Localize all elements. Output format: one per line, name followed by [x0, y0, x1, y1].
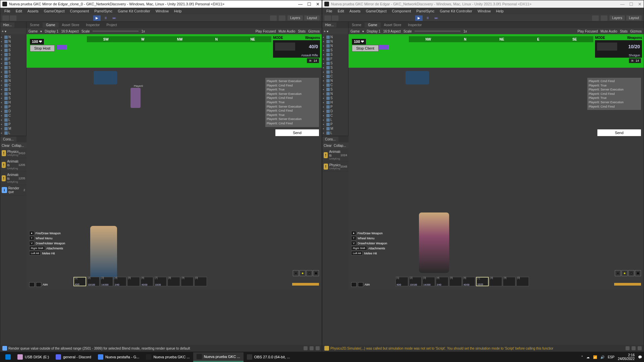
tab-asset-store[interactable]: Asset Store	[381, 22, 405, 27]
console-entry[interactable]: !Animator isUnityEng1024	[322, 148, 348, 162]
hotbar-slot[interactable]: [9]	[503, 277, 516, 286]
cloud-button[interactable]	[332, 15, 338, 21]
menu-help[interactable]: Help	[493, 8, 506, 14]
taskbar-item[interactable]: OBS 27.0.0 (64-bit, ...	[244, 352, 293, 362]
ability-3-icon[interactable]: ⬡	[628, 270, 634, 276]
console-entry[interactable]: !Animator isUnityEng1205	[0, 158, 26, 172]
clear-button[interactable]: Clear	[324, 144, 332, 147]
titlebar-right[interactable]: Nueva prueba GKC Mirror de Edgar - GKC_N…	[322, 0, 644, 8]
tab-inspector[interactable]: Inspector	[405, 22, 425, 27]
menu-game-kit-controller[interactable]: Game Kit Controller	[115, 8, 153, 14]
start-button[interactable]	[2, 352, 14, 362]
menu-component[interactable]: Component	[389, 8, 414, 14]
play-button[interactable]: ▶	[93, 15, 101, 21]
hierarchy-item[interactable]: ▸N	[0, 92, 26, 96]
maximize-button[interactable]: ☐	[629, 2, 633, 7]
hotbar-slot[interactable]: [8]	[489, 277, 502, 286]
ability-1-icon[interactable]: ✕	[293, 270, 299, 276]
menu-edit[interactable]: Edit	[13, 8, 25, 14]
aspect-dropdown[interactable]: 16:9 Aspect	[61, 29, 78, 33]
display-dropdown[interactable]: Display 1	[45, 29, 58, 33]
ability-3-icon[interactable]: ⬡	[306, 270, 312, 276]
tray-chevron-icon[interactable]: ˄	[581, 355, 583, 359]
ability-4-icon[interactable]: ✱	[635, 270, 641, 276]
scale-slider[interactable]	[93, 31, 139, 32]
hierarchy-item[interactable]: ▸N	[0, 44, 26, 48]
hierarchy-item[interactable]: ▸C	[322, 74, 348, 78]
hierarchy-item[interactable]: ▸F	[0, 57, 26, 61]
hierarchy-item[interactable]: ▸P	[0, 122, 26, 126]
collapse-button[interactable]: Collap...	[12, 144, 24, 147]
tab-scene[interactable]: Scene	[26, 22, 43, 27]
hierarchy-item[interactable]: ▸F	[322, 57, 348, 61]
hierarchy-item[interactable]: ▸L	[0, 131, 26, 135]
hotbar-slot[interactable]: [1]40/0	[395, 277, 408, 286]
search-icon[interactable]	[601, 15, 607, 21]
menu-assets[interactable]: Assets	[25, 8, 41, 14]
hotbar-slot[interactable]: [2]10/100	[87, 277, 100, 286]
hierarchy-item[interactable]: ▸H	[0, 100, 26, 105]
language-indicator[interactable]: ESP	[608, 355, 614, 359]
console-entry[interactable]: !Animator isUnityEng1205	[0, 172, 26, 185]
hierarchy-item[interactable]: ▸S	[0, 65, 26, 70]
hierarchy-item[interactable]: ▸S	[322, 61, 348, 65]
display-dropdown[interactable]: Display 1	[367, 29, 380, 33]
hotbar-slot[interactable]: [6]40/30	[463, 277, 475, 286]
status-icon-2[interactable]	[310, 346, 314, 350]
game-view[interactable]: 100 ❤ Stop Client NWNNEESE MODE Weapons	[348, 34, 644, 290]
aspect-dropdown[interactable]: 16:9 Aspect	[383, 29, 400, 33]
hierarchy-item[interactable]: ▸S	[322, 96, 348, 100]
close-button[interactable]: ✕	[316, 2, 320, 7]
hierarchy-item[interactable]: ▸N	[0, 35, 26, 39]
hotbar-slot[interactable]: [4]2/40	[114, 277, 126, 286]
hierarchy-tab[interactable]: Hier...	[322, 22, 336, 27]
hotbar-slot[interactable]: [8]	[167, 277, 180, 286]
ability-4-icon[interactable]: ✱	[313, 270, 319, 276]
search-icon[interactable]	[279, 15, 285, 21]
menu-parrelsync[interactable]: ParrelSync	[414, 8, 437, 14]
console-tab[interactable]: Cons...	[322, 137, 338, 142]
hierarchy-item[interactable]: ▸S	[0, 52, 26, 57]
play-button[interactable]: ▶	[415, 15, 423, 21]
hierarchy-item[interactable]: ▸D	[0, 109, 26, 113]
console-entry[interactable]: !Physics2DUnityEng2410	[0, 148, 26, 158]
account-button[interactable]	[2, 15, 9, 21]
account-button[interactable]	[324, 15, 331, 21]
menu-window[interactable]: Window	[153, 8, 171, 14]
menu-game-kit-controller[interactable]: Game Kit Controller	[437, 8, 475, 14]
titlebar-left[interactable]: Nueva prueba GKC Mirror de Edgar_clone_0…	[0, 0, 322, 8]
tab-project[interactable]: Project	[103, 22, 120, 27]
menu-component[interactable]: Component	[67, 8, 92, 14]
pause-button[interactable]: ⏸	[102, 15, 109, 21]
game-dropdown[interactable]: Game	[29, 29, 38, 33]
undo-history-icon[interactable]	[592, 15, 599, 21]
layout-dropdown[interactable]: Layout	[626, 15, 642, 20]
hierarchy-item[interactable]: ▸S	[322, 48, 348, 52]
hierarchy-item[interactable]: ▸S	[0, 96, 26, 100]
hierarchy-item[interactable]: ▸M	[0, 126, 26, 131]
create-dropdown[interactable]: + ▾	[324, 29, 328, 33]
hierarchy-item[interactable]: ▸N	[322, 35, 348, 39]
layers-dropdown[interactable]: Layers	[609, 15, 625, 20]
hierarchy-item[interactable]: ▸N	[322, 44, 348, 48]
tab-asset-store[interactable]: Asset Store	[59, 22, 83, 27]
hierarchy-item[interactable]: ▸L	[0, 118, 26, 122]
hierarchy-item[interactable]: ▸C	[322, 83, 348, 87]
taskbar-item[interactable]: Nueva prueba GKC ...	[143, 352, 193, 362]
layout-dropdown[interactable]: Layout	[304, 15, 320, 20]
console-entry[interactable]: iRender que2	[0, 185, 26, 195]
hierarchy-item[interactable]: ▸L	[322, 131, 348, 135]
send-button[interactable]: Send	[597, 129, 641, 136]
menu-file[interactable]: File	[2, 8, 13, 14]
clock-time[interactable]: 2:16	[618, 353, 635, 357]
taskbar-item[interactable]: Nueva pestaña - G...	[95, 352, 143, 362]
hotbar-slot[interactable]: [4]2/40	[436, 277, 448, 286]
menu-window[interactable]: Window	[475, 8, 493, 14]
hotbar-slot[interactable]: [2]10/100	[409, 277, 422, 286]
menu-file[interactable]: File	[324, 8, 335, 14]
layers-dropdown[interactable]: Layers	[287, 15, 303, 20]
hierarchy-item[interactable]: ▸S	[0, 87, 26, 92]
wifi-icon[interactable]: 📶	[593, 355, 597, 359]
hierarchy-item[interactable]: ▸C	[0, 74, 26, 78]
taskbar-item[interactable]: Nueva prueba GKC ...	[193, 352, 244, 362]
